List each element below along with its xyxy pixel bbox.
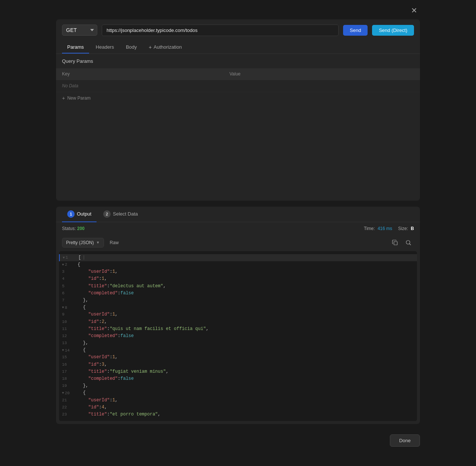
done-button[interactable]: Done [390,434,420,447]
code-line: 5 "title" : "delectus aut autem" , [59,283,417,290]
status-bar: Status: 200 Time: 416 ms Size: B [56,222,420,235]
code-line: ▼1 [ | [59,254,417,261]
fold-icon[interactable]: ▼ [62,348,64,353]
no-data-row: No Data [56,80,420,92]
status-value: 200 [77,226,85,231]
code-line: 11 "title" : "quis ut nam facilis et off… [59,326,417,333]
code-line: 23 "title" : "et porro tempora" , [59,411,417,418]
chevron-down-icon: ▼ [96,240,100,245]
code-line: 4 "id" : 1 , [59,275,417,282]
svg-line-2 [410,244,411,245]
request-panel: GET POST PUT DELETE PATCH Send Send (Dir… [56,19,420,201]
time-section: Time: 416 ms [364,226,392,231]
new-param-row[interactable]: + New Param [56,92,420,104]
tab1-num: 1 [67,210,75,218]
code-line: 19 }, [59,382,417,389]
code-line: 16 "id" : 3 , [59,361,417,368]
params-table: Key Value No Data [56,68,420,92]
tab-headers[interactable]: Headers [91,41,119,54]
fold-icon[interactable]: ▼ [62,391,64,396]
code-line: ▼2 { [59,261,417,268]
key-header: Key [56,68,224,80]
code-line: 7 }, [59,297,417,304]
code-line: 18 "completed" : false [59,375,417,382]
output-tab-2[interactable]: 2 Select Data [98,207,143,222]
output-panel: 1 Output 2 Select Data Status: 200 Time:… [56,207,420,424]
search-button[interactable] [403,237,414,248]
close-button[interactable]: ✕ [408,4,420,16]
fold-icon[interactable]: ▼ [62,305,64,310]
tab-params[interactable]: Params [62,41,89,54]
code-line: 22 "id" : 4 , [59,404,417,411]
tab2-num: 2 [103,210,111,218]
copy-button[interactable] [389,237,401,248]
request-header: GET POST PUT DELETE PATCH Send Send (Dir… [56,19,420,41]
tab1-label: Output [77,211,91,217]
method-select[interactable]: GET POST PUT DELETE PATCH [62,25,97,36]
tab2-label: Select Data [113,211,138,217]
status-left: Status: 200 [62,226,85,231]
code-line: 17 "title" : "fugiat veniam minus" , [59,368,417,375]
fold-icon[interactable]: ▼ [63,255,65,260]
format-select[interactable]: Pretty (JSON) ▼ [62,238,104,247]
size-value: B [411,226,414,231]
value-header: Value [224,68,420,80]
new-param-label: New Param [67,96,91,101]
code-area: ▼1 [ | ▼2 { 3 "userId" : 1 , [59,251,417,421]
request-tabs: Params Headers Body + Authorization [56,41,420,54]
svg-rect-0 [394,242,397,245]
time-value: 416 ms [378,226,392,231]
code-line: 10 "id" : 2 , [59,318,417,326]
tab-body[interactable]: Body [121,41,142,54]
query-params-title: Query Params [56,54,420,68]
plus-icon: + [149,44,152,50]
add-param-icon: + [62,95,65,101]
status-label: Status: [62,226,76,231]
code-line: 21 "userId" : 1 , [59,397,417,404]
code-line: ▼20 { [59,389,417,397]
format-left: Pretty (JSON) ▼ Raw [62,238,122,247]
code-line: 12 "completed" : false [59,333,417,340]
raw-button[interactable]: Raw [107,238,122,247]
size-section: Size: B [398,226,414,231]
code-line: 13 }, [59,340,417,347]
output-tabs: 1 Output 2 Select Data [56,207,420,222]
output-tab-1[interactable]: 1 Output [62,207,97,222]
empty-space [56,104,420,201]
status-right: Time: 416 ms Size: B [364,226,414,231]
code-line: 3 "userId" : 1 , [59,268,417,275]
code-line: 9 "userId" : 1 , [59,311,417,318]
code-line: 6 "completed" : false [59,290,417,297]
format-bar: Pretty (JSON) ▼ Raw [56,235,420,251]
code-line: 15 "userId" : 1 , [59,354,417,361]
send-button[interactable]: Send [343,25,368,36]
modal-overlay: ✕ GET POST PUT DELETE PATCH Send Send (D… [56,19,420,447]
done-button-wrap: Done [56,430,420,447]
code-line: ▼14 { [59,347,417,354]
fold-icon[interactable]: ▼ [62,262,64,268]
tab-authorization[interactable]: + Authorization [144,41,187,54]
url-input[interactable] [102,25,339,36]
code-line: ▼8 { [59,304,417,311]
format-right [389,237,414,248]
send-direct-button[interactable]: Send (Direct) [372,25,414,36]
